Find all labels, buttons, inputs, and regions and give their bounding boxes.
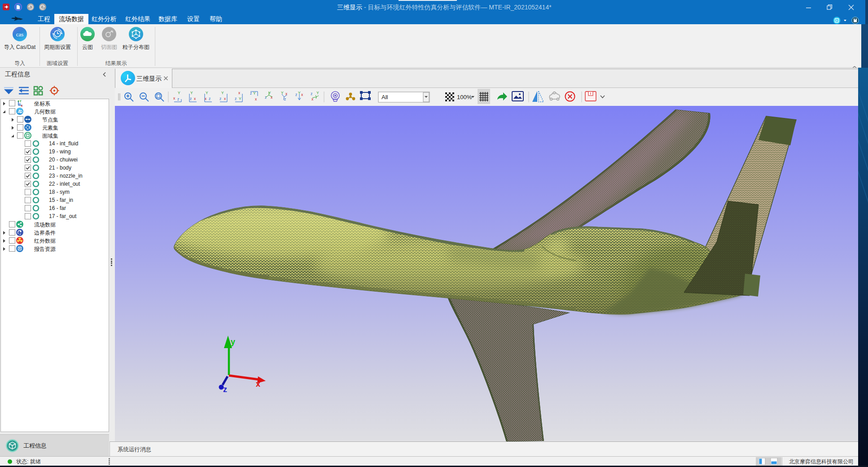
svg-text:Y: Y xyxy=(239,96,241,101)
svg-text:z: z xyxy=(177,97,179,101)
svg-text:z: z xyxy=(209,96,210,101)
svg-text:x: x xyxy=(21,104,23,107)
svg-text:z: z xyxy=(219,96,221,101)
svg-text:Y: Y xyxy=(178,91,180,95)
svg-text:x: x xyxy=(238,91,241,95)
svg-text:x: x xyxy=(173,96,175,100)
svg-text:x: x xyxy=(205,96,207,101)
svg-text:x: x xyxy=(224,96,226,101)
svg-text:x: x xyxy=(271,95,273,100)
svg-text:z: z xyxy=(190,96,192,101)
svg-text:Y: Y xyxy=(316,91,319,95)
svg-text:z: z xyxy=(223,385,227,394)
svg-text:x: x xyxy=(194,96,196,101)
svg-text:100%: 100% xyxy=(457,94,472,100)
svg-text:Y: Y xyxy=(190,91,193,95)
svg-text:z: z xyxy=(235,96,237,101)
svg-text:z: z xyxy=(284,97,286,101)
svg-text:x: x xyxy=(255,97,257,101)
svg-text:cas: cas xyxy=(16,31,24,38)
svg-text:z: z xyxy=(295,92,297,97)
svg-text:z: z xyxy=(311,92,312,96)
svg-text:x: x xyxy=(301,92,303,97)
svg-text:Y: Y xyxy=(206,91,208,95)
svg-text:Y: Y xyxy=(221,91,224,95)
svg-text:y: y xyxy=(231,337,235,346)
svg-text:x: x xyxy=(256,380,260,388)
svg-text:All: All xyxy=(381,94,388,100)
